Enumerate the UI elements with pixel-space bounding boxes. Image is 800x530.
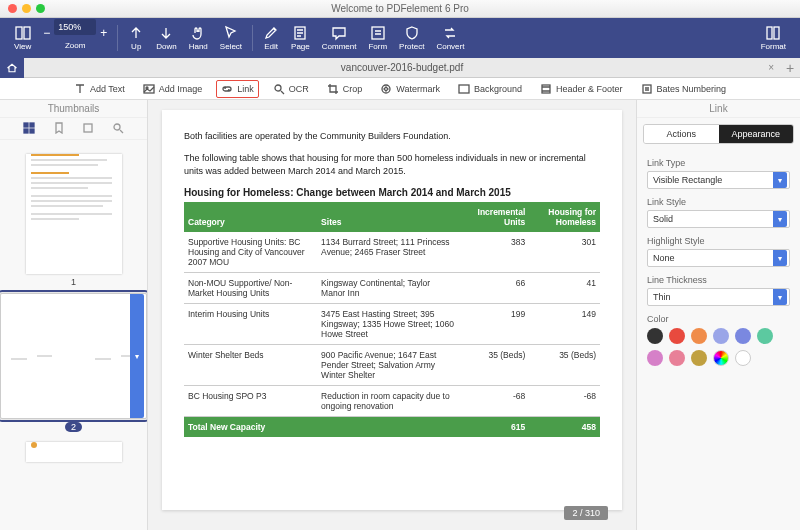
separator [117,25,118,51]
page-button[interactable]: Page [285,25,316,51]
svg-rect-16 [30,129,34,133]
ocr-button[interactable]: OCR [269,81,313,97]
housing-table: Category Sites Incremental Units Housing… [184,202,600,437]
page-down-button[interactable]: Down [150,25,182,51]
link-style-label: Link Style [647,197,790,207]
bates-numbering-button[interactable]: Bates Numbering [637,81,731,97]
add-text-button[interactable]: Add Text [70,81,129,97]
color-swatch[interactable] [647,328,663,344]
zoom-out-button[interactable]: − [43,26,50,40]
actions-tab[interactable]: Actions [644,125,719,143]
color-swatch[interactable] [647,350,663,366]
sidebar-title: Thumbnails [0,100,147,118]
svg-rect-4 [767,27,772,39]
zoom-in-button[interactable]: + [100,26,107,40]
svg-rect-15 [24,129,28,133]
link-style-select[interactable]: Solid [647,210,790,228]
color-swatches [647,328,790,366]
window-titlebar: Welcome to PDFelement 6 Pro [0,0,800,18]
svg-rect-11 [542,85,550,93]
color-swatch[interactable] [757,328,773,344]
table-total-row: Total New Capacity615458 [184,416,600,437]
main-toolbar: View − 150% + Zoom Up Down Hand Select E… [0,18,800,58]
paragraph: Both facilities are operated by the Comm… [184,130,600,144]
home-button[interactable] [0,58,24,78]
header-footer-button[interactable]: Header & Footer [536,81,627,97]
svg-rect-13 [24,123,28,127]
svg-point-18 [114,124,120,130]
color-swatch[interactable] [735,350,751,366]
sidebar-view-tabs [0,118,147,140]
color-swatch[interactable] [713,328,729,344]
color-swatch[interactable] [669,350,685,366]
line-thickness-label: Line Thickness [647,275,790,285]
window-title: Welcome to PDFelement 6 Pro [0,3,800,14]
link-button[interactable]: Link [216,80,259,98]
edit-button[interactable]: Edit [257,25,285,51]
document-viewport[interactable]: Both facilities are operated by the Comm… [148,100,636,530]
add-image-button[interactable]: Add Image [139,81,207,97]
hand-tool-button[interactable]: Hand [183,25,214,51]
color-swatch[interactable] [691,350,707,366]
svg-rect-0 [16,27,22,39]
new-tab-button[interactable]: + [780,60,800,76]
panel-tab-switcher: Actions Appearance [643,124,794,144]
zoom-select[interactable]: 150% [54,19,96,35]
close-tab-button[interactable]: × [768,62,774,73]
format-button[interactable]: Format [755,25,792,51]
appearance-tab[interactable]: Appearance [719,125,794,143]
thumbnails-sidebar: Thumbnails 1 [0,100,148,530]
crop-button[interactable]: Crop [323,81,367,97]
highlight-style-select[interactable]: None [647,249,790,267]
tab-strip: vancouver-2016-budget.pdf× + [0,58,800,78]
table-row: Interim Housing Units3475 East Hasting S… [184,303,600,344]
svg-rect-12 [643,85,651,93]
link-type-label: Link Type [647,158,790,168]
line-thickness-select[interactable]: Thin [647,288,790,306]
svg-rect-14 [30,123,34,127]
thumbnail-page-2[interactable] [0,293,147,419]
watermark-button[interactable]: Watermark [376,81,444,97]
select-tool-button[interactable]: Select [214,25,248,51]
thumbnail-2-number: 2 [0,422,147,432]
svg-rect-5 [774,27,779,39]
link-type-select[interactable]: Visible Rectangle [647,171,790,189]
search-tab-icon[interactable] [112,122,124,136]
svg-rect-3 [372,27,384,39]
table-row: Winter Shelter Beds900 Pacific Avenue; 1… [184,344,600,385]
table-title: Housing for Homeless: Change between Mar… [184,187,600,198]
color-swatch[interactable] [691,328,707,344]
pdf-page: Both facilities are operated by the Comm… [162,110,622,510]
view-button[interactable]: View [8,25,37,51]
thumbnail-page-3[interactable] [26,442,122,462]
svg-rect-17 [84,124,92,132]
page-up-button[interactable]: Up [122,25,150,51]
document-tab[interactable]: vancouver-2016-budget.pdf× [24,62,780,73]
comment-button[interactable]: Comment [316,25,363,51]
svg-point-8 [275,85,281,91]
protect-button[interactable]: Protect [393,25,430,51]
highlight-style-label: Highlight Style [647,236,790,246]
color-label: Color [647,314,790,324]
convert-button[interactable]: Convert [430,25,470,51]
thumbnails-tab-icon[interactable] [23,122,35,136]
paragraph: The following table shows that housing f… [184,152,600,179]
separator [252,25,253,51]
attachments-tab-icon[interactable] [82,122,94,136]
edit-sub-toolbar: Add Text Add Image Link OCR Crop Waterma… [0,78,800,100]
color-swatch[interactable] [735,328,751,344]
table-row: BC Housing SPO P3Reduction in room capac… [184,385,600,416]
thumbnail-page-1[interactable] [26,154,122,274]
svg-rect-10 [459,85,469,93]
link-properties-panel: Link Actions Appearance Link Type Visibl… [636,100,800,530]
table-row: Supportive Housing Units: BC Housing and… [184,232,600,273]
table-row: Non-MOU Supportive/ Non-Market Housing U… [184,272,600,303]
color-swatch[interactable] [713,350,729,366]
form-button[interactable]: Form [362,25,393,51]
background-button[interactable]: Background [454,81,526,97]
svg-rect-1 [24,27,30,39]
thumbnail-1-number: 1 [0,277,147,287]
panel-title: Link [637,100,800,118]
color-swatch[interactable] [669,328,685,344]
bookmarks-tab-icon[interactable] [53,122,65,136]
